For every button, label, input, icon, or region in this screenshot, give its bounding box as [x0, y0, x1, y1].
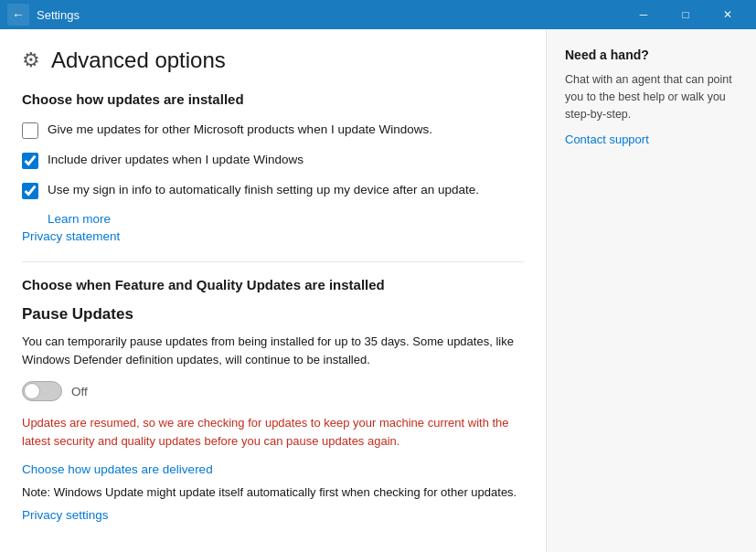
- checkbox3-input[interactable]: [22, 183, 38, 199]
- gear-icon: ⚙: [22, 48, 40, 72]
- minimize-button[interactable]: ─: [623, 0, 665, 29]
- pause-updates-title: Pause Updates: [22, 305, 524, 324]
- checkbox1-input[interactable]: [22, 122, 38, 139]
- titlebar: ← Settings ─ □ ✕: [0, 0, 756, 29]
- right-panel: Need a hand? Chat with an agent that can…: [546, 29, 756, 552]
- back-button[interactable]: ←: [7, 4, 29, 26]
- toggle-knob: [24, 383, 40, 399]
- main-content: ⚙ Advanced options Choose how updates ar…: [0, 29, 756, 552]
- privacy-statement-link[interactable]: Privacy statement: [22, 229, 524, 243]
- toggle-label: Off: [71, 385, 88, 398]
- pause-toggle[interactable]: [22, 381, 62, 401]
- titlebar-controls: ─ □ ✕: [623, 0, 749, 29]
- checkbox2-row: Include driver updates when I update Win…: [22, 152, 524, 169]
- close-button[interactable]: ✕: [707, 0, 749, 29]
- note-text: Note: Windows Update might update itself…: [22, 485, 524, 499]
- minimize-icon: ─: [640, 8, 648, 21]
- checkbox1-label: Give me updates for other Microsoft prod…: [48, 122, 432, 139]
- checkbox1-row: Give me updates for other Microsoft prod…: [22, 122, 524, 139]
- checkbox3-label: Use my sign in info to automatically fin…: [48, 182, 479, 199]
- section2-heading: Choose when Feature and Quality Updates …: [22, 277, 524, 292]
- delivery-link[interactable]: Choose how updates are delivered: [22, 462, 524, 476]
- need-hand-desc: Chat with an agent that can point you to…: [565, 71, 738, 122]
- learn-more-link[interactable]: Learn more: [48, 212, 524, 226]
- titlebar-title: Settings: [37, 8, 80, 22]
- maximize-button[interactable]: □: [665, 0, 707, 29]
- page-header: ⚙ Advanced options: [22, 48, 524, 73]
- privacy-settings-link[interactable]: Privacy settings: [22, 508, 524, 522]
- divider: [22, 261, 524, 262]
- pause-description: You can temporarily pause updates from b…: [22, 333, 524, 368]
- maximize-icon: □: [682, 8, 688, 21]
- checkbox2-input[interactable]: [22, 153, 38, 169]
- section1-heading: Choose how updates are installed: [22, 91, 524, 107]
- page-title: Advanced options: [51, 48, 226, 73]
- close-icon: ✕: [723, 8, 732, 21]
- back-icon: ←: [12, 7, 25, 22]
- left-panel: ⚙ Advanced options Choose how updates ar…: [0, 29, 546, 552]
- toggle-row: Off: [22, 381, 524, 401]
- checkbox3-row: Use my sign in info to automatically fin…: [22, 182, 524, 199]
- checkbox2-label: Include driver updates when I update Win…: [48, 152, 303, 169]
- titlebar-left: ← Settings: [7, 4, 80, 26]
- need-hand-title: Need a hand?: [565, 48, 738, 62]
- warning-text: Updates are resumed, so we are checking …: [22, 414, 524, 450]
- contact-support-link[interactable]: Contact support: [565, 133, 649, 146]
